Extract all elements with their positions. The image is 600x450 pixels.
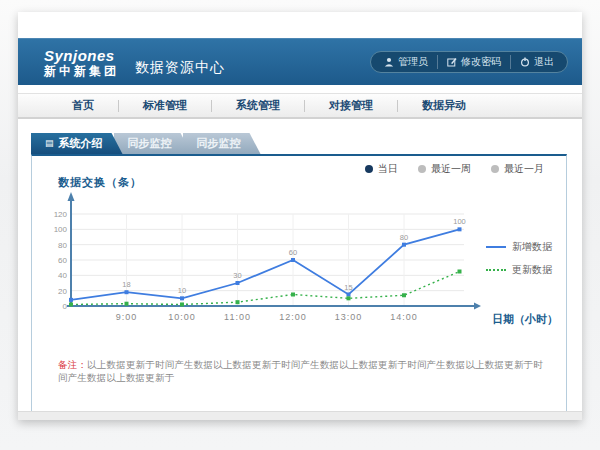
- legend-swatch: [486, 246, 506, 248]
- tab-label: 同步监控: [128, 133, 172, 154]
- radio-dot: [365, 165, 373, 173]
- nav-item-0[interactable]: 首页: [48, 98, 118, 113]
- y-tick-label: 20: [58, 287, 67, 296]
- data-point: [291, 258, 295, 262]
- data-point: [402, 243, 406, 247]
- data-point: [402, 293, 406, 297]
- data-point: [69, 298, 73, 302]
- x-tick-label: 14:00: [390, 312, 418, 322]
- edit-icon: [447, 57, 457, 67]
- y-tick-label: 100: [54, 225, 68, 234]
- footer-note: 备注：以上数据更新于时间产生数据以上数据更新于时间产生数据以上数据更新于时间产生…: [58, 359, 552, 385]
- app-header: Synjones 新中新集团 数据资源中心 管理员修改密码退出: [18, 38, 582, 85]
- x-tick-label: 11:00: [224, 312, 251, 322]
- data-point: [125, 302, 129, 306]
- logo-text-cn: 新中新集团: [44, 65, 119, 77]
- data-point-label: 10: [178, 286, 186, 295]
- tab-2[interactable]: 同步监控: [183, 133, 261, 154]
- document-icon: ▤: [45, 139, 54, 148]
- main-nav: 首页标准管理系统管理对接管理数据异动: [18, 93, 582, 119]
- chart-panel: 当日最近一周最近一月 数据交换（条） 0204060801001209:0010…: [31, 154, 567, 416]
- y-tick-label: 0: [63, 302, 68, 311]
- x-tick-label: 9:00: [116, 312, 138, 322]
- data-point: [291, 293, 295, 297]
- tab-label: 系统介绍: [59, 133, 103, 154]
- chart-legend: 新增数据更新数据: [486, 240, 560, 286]
- range-option-1[interactable]: 最近一周: [418, 162, 471, 176]
- user-item-user[interactable]: 管理员: [375, 55, 437, 69]
- tab-label: 同步监控: [197, 133, 241, 154]
- legend-item-0: 新增数据: [486, 240, 560, 254]
- user-item-label: 退出: [534, 55, 554, 69]
- user-item-label: 管理员: [398, 55, 428, 69]
- data-point: [236, 281, 240, 285]
- y-axis-arrow: [68, 192, 75, 201]
- logo-text-en: Synjones: [44, 48, 119, 63]
- nav-item-1[interactable]: 标准管理: [119, 98, 211, 113]
- page-top-strip: [18, 12, 582, 38]
- data-point: [347, 293, 351, 297]
- range-option-0[interactable]: 当日: [365, 162, 398, 176]
- y-axis-title: 数据交换（条）: [58, 175, 142, 190]
- footer-note-text: 以上数据更新于时间产生数据以上数据更新于时间产生数据以上数据更新于时间产生数据以…: [58, 359, 543, 383]
- data-point: [180, 296, 184, 300]
- user-item-label: 修改密码: [461, 55, 501, 69]
- range-selector: 当日最近一周最近一月: [365, 162, 544, 176]
- range-option-label: 最近一月: [504, 162, 544, 176]
- data-point-label: 18: [122, 280, 130, 289]
- data-point: [180, 302, 184, 306]
- nav-item-4[interactable]: 数据异动: [398, 98, 490, 113]
- y-tick-label: 80: [58, 241, 67, 250]
- x-axis-title: 日期（小时）: [492, 312, 558, 327]
- user-icon: [384, 57, 394, 67]
- x-tick-label: 10:00: [168, 312, 196, 322]
- nav-item-3[interactable]: 对接管理: [305, 98, 397, 113]
- radio-dot: [491, 165, 499, 173]
- page-title: 数据资源中心: [135, 59, 225, 77]
- content-area: ▤系统介绍同步监控同步监控 当日最近一周最近一月 数据交换（条） 0204060…: [18, 133, 582, 416]
- user-item-power[interactable]: 退出: [510, 55, 563, 69]
- data-point: [347, 296, 351, 300]
- y-tick-label: 40: [58, 271, 67, 280]
- user-toolbar: 管理员修改密码退出: [370, 51, 568, 73]
- legend-item-1: 更新数据: [486, 263, 560, 277]
- legend-swatch: [486, 269, 506, 271]
- x-tick-label: 13:00: [335, 312, 363, 322]
- legend-label: 更新数据: [512, 263, 552, 277]
- data-point: [458, 227, 462, 231]
- x-axis-arrow: [474, 303, 481, 310]
- data-point: [236, 300, 240, 304]
- header-nav-gap: [18, 85, 582, 93]
- radio-dot: [418, 165, 426, 173]
- data-point-label: 100: [453, 217, 466, 226]
- legend-label: 新增数据: [512, 240, 552, 254]
- line-chart: 0204060801001209:0010:0011:0012:0013:001…: [38, 189, 498, 329]
- page-bottom-strip: [18, 411, 582, 420]
- range-option-label: 最近一周: [431, 162, 471, 176]
- footer-note-prefix: 备注：: [58, 359, 87, 370]
- y-tick-label: 60: [58, 256, 67, 265]
- company-logo: Synjones 新中新集团: [44, 48, 119, 77]
- y-tick-label: 120: [54, 210, 68, 219]
- nav-item-2[interactable]: 系统管理: [212, 98, 304, 113]
- range-option-2[interactable]: 最近一月: [491, 162, 544, 176]
- data-point-label: 60: [289, 248, 297, 257]
- user-item-edit[interactable]: 修改密码: [437, 55, 510, 69]
- power-icon: [520, 57, 530, 67]
- browser-page: Synjones 新中新集团 数据资源中心 管理员修改密码退出 首页标准管理系统…: [18, 12, 582, 420]
- data-point: [458, 270, 462, 274]
- tab-0[interactable]: ▤系统介绍: [31, 133, 123, 154]
- data-point-label: 15: [344, 283, 352, 292]
- range-option-label: 当日: [378, 162, 398, 176]
- data-point-label: 30: [233, 271, 241, 280]
- x-tick-label: 12:00: [279, 312, 307, 322]
- data-point-label: 80: [400, 233, 408, 242]
- tab-bar: ▤系统介绍同步监控同步监控: [31, 133, 582, 154]
- tab-1[interactable]: 同步监控: [114, 133, 192, 154]
- data-point: [125, 290, 129, 294]
- data-point: [69, 302, 73, 306]
